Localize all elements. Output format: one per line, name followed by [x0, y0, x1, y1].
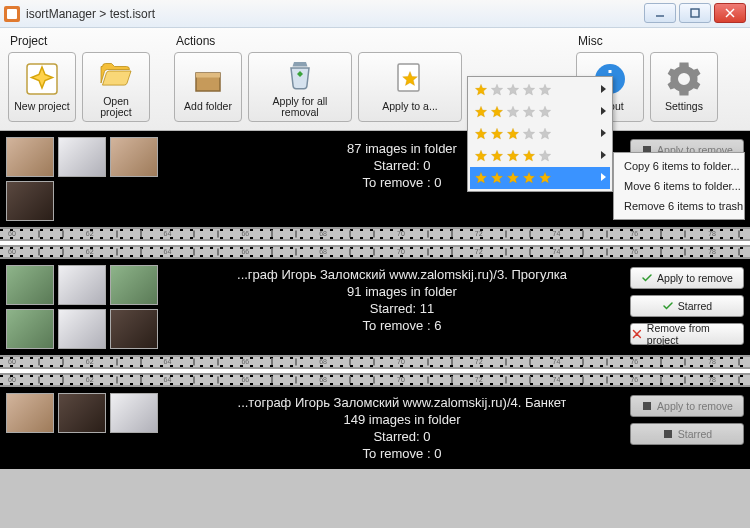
new-project-button[interactable]: New project [8, 52, 76, 122]
chevron-right-icon [601, 151, 606, 159]
starred-count: Starred: 0 [373, 158, 430, 173]
remove-from-project-button[interactable]: Remove from project [630, 323, 744, 345]
star-icon [506, 149, 520, 163]
settings-button[interactable]: Settings [650, 52, 718, 122]
context-submenu: Copy 6 items to folder... Move 6 items t… [613, 152, 745, 220]
close-button[interactable] [714, 3, 746, 23]
title-bar: isortManager > test.isort [0, 0, 750, 28]
star-icon [474, 149, 488, 163]
sparkle-icon [24, 61, 60, 97]
starred-count: Starred: 11 [370, 301, 434, 316]
star-icon [522, 149, 536, 163]
ctx-remove-to-trash[interactable]: Remove 6 items to trash [614, 196, 744, 216]
svg-rect-8 [7, 9, 17, 19]
thumbnails [0, 131, 180, 227]
star-rating-5[interactable] [470, 167, 610, 189]
star-icon [506, 83, 520, 97]
film-sprockets: 60626466687072747678808284 [0, 373, 750, 387]
thumbnail[interactable] [58, 393, 106, 433]
apply-stars-button[interactable]: Apply to a... [358, 52, 462, 122]
apply-all-removal-button[interactable]: Apply for all removal [248, 52, 352, 122]
folder-open-icon [98, 56, 134, 92]
check-icon [641, 272, 653, 284]
thumbnail[interactable] [110, 265, 158, 305]
images-count: 91 images in folder [347, 284, 457, 299]
film-sprockets: 60626466687072747678808284 [0, 355, 750, 369]
svg-rect-10 [691, 9, 699, 17]
toolbar-group-actions: Actions Add folder Apply for all removal… [174, 32, 462, 122]
svg-rect-14 [643, 402, 651, 410]
star-icon [538, 171, 552, 185]
toolbar: Project New project Open project Actions… [0, 28, 750, 131]
folder-path: ...тограф Игорь Заломский www.zalomskij.… [238, 395, 567, 410]
star-icon [506, 171, 520, 185]
remove-count: To remove : 0 [363, 175, 442, 190]
remove-count: To remove : 0 [363, 446, 442, 461]
star-icon [490, 149, 504, 163]
thumbnail[interactable] [58, 265, 106, 305]
star-icon [538, 105, 552, 119]
open-project-button[interactable]: Open project [82, 52, 150, 122]
star-icon [538, 127, 552, 141]
x-icon [631, 328, 643, 340]
minimize-button[interactable] [644, 3, 676, 23]
group-header-project: Project [10, 34, 150, 48]
star-icon [474, 83, 488, 97]
strip-info: ...тограф Игорь Заломский www.zalomskij.… [180, 387, 624, 469]
strip-info: ...граф Игорь Заломский www.zalomskij.ru… [180, 259, 624, 355]
remove-count: To remove : 6 [363, 318, 442, 333]
thumbnail[interactable] [110, 137, 158, 177]
chevron-right-icon [601, 107, 606, 115]
apply-to-remove-button[interactable]: Apply to remove [630, 267, 744, 289]
star-rating-3[interactable] [470, 123, 610, 145]
star-icon [522, 127, 536, 141]
hash-icon [662, 428, 674, 440]
app-icon [4, 6, 20, 22]
star-rating-2[interactable] [470, 101, 610, 123]
ctx-copy-to-folder[interactable]: Copy 6 items to folder... [614, 156, 744, 176]
apply-to-remove-button[interactable]: Apply to remove [630, 395, 744, 417]
thumbnail[interactable] [6, 137, 54, 177]
thumbnails [0, 387, 180, 469]
thumbnail[interactable] [6, 265, 54, 305]
folder-strip: 60626466687072747678808284 ...граф Игорь… [0, 245, 750, 369]
thumbnails [0, 259, 180, 355]
images-count: 149 images in folder [343, 412, 460, 427]
strip-actions: Apply to remove Starred [624, 387, 750, 469]
recycle-icon [282, 56, 318, 92]
star-rating-1[interactable] [470, 79, 610, 101]
chevron-right-icon [601, 85, 606, 93]
star-icon [538, 149, 552, 163]
hash-icon [641, 400, 653, 412]
star-icon [522, 83, 536, 97]
maximize-button[interactable] [679, 3, 711, 23]
add-folder-button[interactable]: Add folder [174, 52, 242, 122]
star-icon [522, 105, 536, 119]
star-icon [490, 171, 504, 185]
thumbnail[interactable] [6, 181, 54, 221]
star-icon [538, 83, 552, 97]
star-rating-4[interactable] [470, 145, 610, 167]
thumbnail[interactable] [58, 309, 106, 349]
star-icon [474, 127, 488, 141]
thumbnail[interactable] [110, 309, 158, 349]
doc-star-icon [392, 61, 428, 97]
star-icon [490, 83, 504, 97]
starred-button[interactable]: Starred [630, 295, 744, 317]
ctx-move-to-folder[interactable]: Move 6 items to folder... [614, 176, 744, 196]
thumbnail[interactable] [110, 393, 158, 433]
thumbnail[interactable] [58, 137, 106, 177]
thumbnail[interactable] [6, 309, 54, 349]
thumbnail[interactable] [6, 393, 54, 433]
star-icon [506, 127, 520, 141]
images-count: 87 images in folder [347, 141, 457, 156]
star-rating-menu [467, 76, 613, 192]
folder-path: ...граф Игорь Заломский www.zalomskij.ru… [237, 267, 567, 282]
starred-button[interactable]: Starred [630, 423, 744, 445]
window-title: isortManager > test.isort [26, 7, 155, 21]
strip-actions: Apply to remove Starred Remove from proj… [624, 259, 750, 355]
star-icon [490, 127, 504, 141]
star-icon [474, 105, 488, 119]
group-header-misc: Misc [578, 34, 718, 48]
chevron-right-icon [601, 129, 606, 137]
